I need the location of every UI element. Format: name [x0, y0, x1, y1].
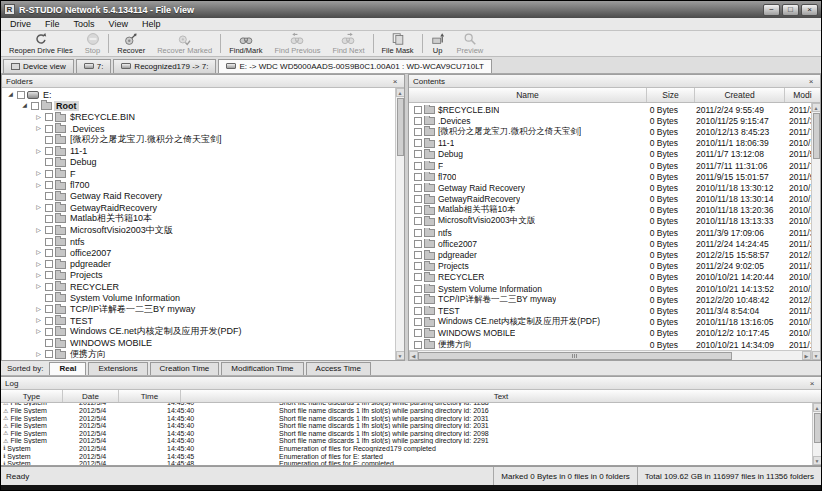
scrollbar-thumb[interactable] [397, 98, 404, 156]
folders-vertical-scrollbar[interactable]: ▲ ▼ [395, 88, 404, 360]
table-row[interactable]: 便携方向0 Bytes2010/10/21 14:34:092011/1 [409, 339, 811, 350]
expander-icon[interactable]: ▷ [34, 169, 43, 178]
tree-checkbox[interactable] [45, 158, 53, 166]
table-row[interactable]: fl7000 Bytes2011/9/15 15:01:572011/9 [409, 171, 811, 182]
reopen-drive-files-button[interactable]: Reopen Drive Files [3, 32, 79, 55]
tree-checkbox[interactable] [45, 136, 53, 144]
tree-item[interactable]: ▷TCP/IP详解卷一二三BY myway [2, 304, 395, 315]
table-row[interactable]: WINDOWS MOBILE0 Bytes2010/12/2 10:17:452… [409, 328, 811, 339]
expander-icon[interactable]: ▷ [34, 282, 43, 291]
scroll-up-icon[interactable]: ▲ [813, 403, 822, 412]
tree-checkbox[interactable] [45, 328, 53, 336]
table-row[interactable]: $RECYCLE.BIN0 Bytes2011/2/24 9:55:492011… [409, 104, 811, 115]
column-header-text[interactable]: Text [181, 390, 821, 402]
expander-icon[interactable]: ▷ [34, 181, 43, 190]
tree-item[interactable]: Getway Raid Recovery [2, 191, 395, 202]
row-checkbox[interactable] [414, 240, 422, 248]
table-row[interactable]: .Devices0 Bytes2010/11/25 9:15:472011/3 [409, 115, 811, 126]
table-row[interactable]: pdgreader0 Bytes2012/2/15 15:58:572012/2 [409, 249, 811, 260]
sort-tab-real[interactable]: Real [49, 362, 86, 375]
row-checkbox[interactable] [414, 162, 422, 170]
row-checkbox[interactable] [414, 251, 422, 259]
tree-item[interactable]: ▷$RECYCLE.BIN [2, 112, 395, 123]
tree-checkbox[interactable] [45, 170, 53, 178]
contents-vertical-scrollbar[interactable]: ▲ ▼ [811, 103, 820, 360]
table-row[interactable]: RECYCLER0 Bytes2010/10/21 14:20:442010/1 [409, 272, 811, 283]
table-row[interactable]: GetwayRaidRecovery0 Bytes2010/11/18 13:3… [409, 194, 811, 205]
tree-checkbox[interactable] [45, 215, 53, 223]
recover-button[interactable]: Recover [111, 32, 151, 55]
expander-icon[interactable]: ◢ [6, 90, 15, 99]
expander-icon[interactable]: ▷ [34, 260, 43, 269]
table-row[interactable]: 11-10 Bytes2010/11/1 18:06:392010/1 [409, 138, 811, 149]
row-checkbox[interactable] [414, 206, 422, 214]
row-checkbox[interactable] [414, 184, 422, 192]
sort-tab-creation-time[interactable]: Creation Time [150, 362, 220, 375]
column-header-modified[interactable]: Modi [785, 88, 820, 102]
table-row[interactable]: Projects0 Bytes2011/2/24 9:02:052011/2 [409, 261, 811, 272]
scroll-up-icon[interactable]: ▲ [396, 88, 405, 97]
table-row[interactable]: Matlab相关书籍10本0 Bytes2010/11/18 13:20:362… [409, 205, 811, 216]
tree-item[interactable]: ▷F [2, 168, 395, 179]
expander-icon[interactable]: ▷ [34, 350, 43, 359]
row-checkbox[interactable] [414, 150, 422, 158]
tree-item[interactable]: ▷GetwayRaidRecovery [2, 202, 395, 213]
scroll-left-icon[interactable]: ◀ [409, 351, 418, 360]
close-button[interactable]: × [801, 4, 818, 16]
tree-item[interactable]: System Volume Information [2, 292, 395, 303]
menu-tools[interactable]: Tools [67, 19, 102, 29]
row-checkbox[interactable] [414, 229, 422, 237]
expander-icon[interactable]: ▷ [34, 124, 43, 133]
menu-drive[interactable]: Drive [3, 19, 38, 29]
row-checkbox[interactable] [414, 139, 422, 147]
tree-checkbox[interactable] [45, 113, 53, 121]
log-row[interactable]: ⚠File System2012/5/414:45:40Short file n… [1, 407, 812, 415]
log-close-icon[interactable]: × [807, 379, 817, 388]
device-tab-4[interactable]: E: -> WDC WD5000AADS-00S9B0C1.00A01 : WD… [218, 59, 491, 73]
expander-icon[interactable]: ▷ [34, 203, 43, 212]
log-row[interactable]: ℹSystem2012/5/414:45:45Enumeration of fi… [1, 452, 812, 460]
column-header-size[interactable]: Size [647, 88, 695, 102]
tree-checkbox[interactable] [45, 283, 53, 291]
tree-checkbox[interactable] [45, 317, 53, 325]
tree-checkbox[interactable] [45, 294, 53, 302]
row-checkbox[interactable] [414, 262, 422, 270]
log-row[interactable]: ⚠File System2012/5/414:45:40Short file n… [1, 430, 812, 438]
scrollbar-thumb[interactable] [814, 413, 821, 443]
file-mask-button[interactable]: File Mask [376, 32, 420, 55]
table-row[interactable]: TCP/IP详解卷一二三BY myway0 Bytes2012/2/20 10:… [409, 294, 811, 305]
tree-item[interactable]: Matlab相关书籍10本 [2, 213, 395, 224]
find-mark-button[interactable]: Find/Mark [223, 32, 268, 55]
row-checkbox[interactable] [414, 318, 422, 326]
tree-item[interactable]: ▷RECYCLER [2, 281, 395, 292]
table-row[interactable]: Debug0 Bytes2011/1/7 13:12:082011/5 [409, 149, 811, 160]
table-row[interactable]: Windows CE.net内核定制及应用开发(PDF)0 Bytes2010/… [409, 317, 811, 328]
sort-tab-extensions[interactable]: Extensions [88, 362, 147, 375]
scrollbar-thumb[interactable] [418, 352, 732, 360]
log-row[interactable]: ℹSystem2012/5/414:45:40Enumeration of fi… [1, 445, 812, 453]
row-checkbox[interactable] [414, 329, 422, 337]
tree-item[interactable]: ▷pdgreader [2, 258, 395, 269]
row-checkbox[interactable] [414, 307, 422, 315]
tree-item[interactable]: ▷office2007 [2, 247, 395, 258]
tree-item[interactable]: ▷fl700 [2, 179, 395, 190]
row-checkbox[interactable] [414, 273, 422, 281]
row-checkbox[interactable] [414, 195, 422, 203]
sort-tab-modification-time[interactable]: Modification Time [221, 362, 303, 375]
column-header-date[interactable]: Date [63, 390, 119, 402]
table-row[interactable]: System Volume Information0 Bytes2010/10/… [409, 283, 811, 294]
table-row[interactable]: [微积分之屠龙宝刀.微积分之倚天宝剑]0 Bytes2010/12/13 8:4… [409, 126, 811, 137]
tree-checkbox[interactable] [45, 226, 53, 234]
menu-file[interactable]: File [38, 19, 67, 29]
up-button[interactable]: Up [425, 32, 451, 55]
tree-item[interactable]: ▷Projects [2, 270, 395, 281]
device-tab-1[interactable]: Device view [3, 59, 74, 73]
tree-checkbox[interactable] [45, 192, 53, 200]
tree-checkbox[interactable] [45, 271, 53, 279]
column-header-name[interactable]: Name [409, 88, 647, 102]
tree-item[interactable]: ntfs [2, 236, 395, 247]
sort-tab-access-time[interactable]: Access Time [306, 362, 371, 375]
tree-item[interactable]: [微积分之屠龙宝刀.微积分之倚天宝剑] [2, 134, 395, 145]
expander-icon[interactable]: ▷ [34, 113, 43, 122]
tree-item[interactable]: ▷11-1 [2, 145, 395, 156]
